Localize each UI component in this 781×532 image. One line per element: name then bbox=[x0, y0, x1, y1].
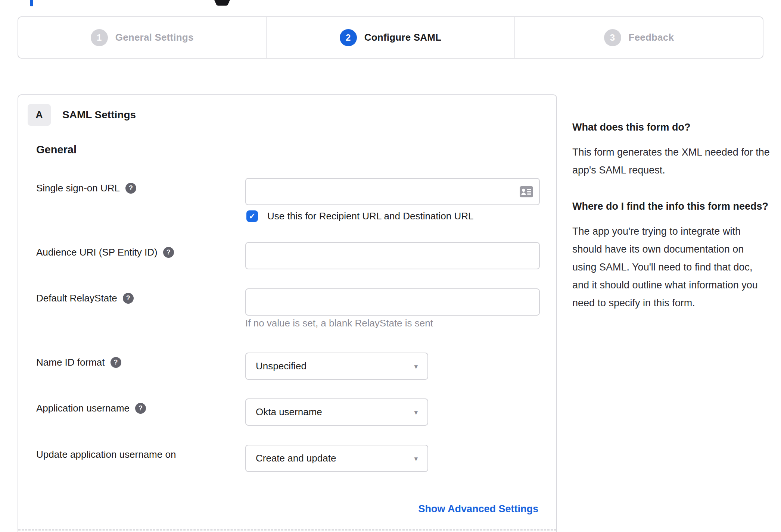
help-icon[interactable]: ? bbox=[135, 403, 146, 414]
audience-uri-input[interactable] bbox=[245, 242, 540, 269]
app-logo-fragment-icon bbox=[214, 0, 230, 6]
step-configure-saml[interactable]: 2 Configure SAML bbox=[266, 17, 514, 58]
audience-uri-label: Audience URI (SP Entity ID) ? bbox=[36, 247, 174, 258]
step-general-settings[interactable]: 1 General Settings bbox=[18, 17, 266, 58]
step-label: Configure SAML bbox=[364, 32, 441, 43]
help-icon[interactable]: ? bbox=[163, 247, 174, 258]
chevron-down-icon: ▾ bbox=[414, 408, 418, 416]
update-username-label: Update application username on bbox=[36, 449, 176, 460]
step-label: Feedback bbox=[629, 32, 674, 43]
step-number-badge: 2 bbox=[340, 29, 357, 46]
section-a-badge: A bbox=[28, 104, 51, 126]
saml-settings-panel: A SAML Settings General Single sign-on U… bbox=[18, 94, 557, 532]
sso-url-label: Single sign-on URL ? bbox=[36, 182, 136, 194]
name-id-format-label: Name ID format ? bbox=[36, 357, 121, 368]
relaystate-hint: If no value is set, a blank RelayState i… bbox=[245, 317, 433, 329]
default-relaystate-input[interactable] bbox=[245, 288, 540, 316]
chevron-down-icon: ▾ bbox=[414, 362, 418, 370]
panel-dashed-divider bbox=[18, 529, 556, 531]
show-advanced-settings-link[interactable]: Show Advanced Settings bbox=[418, 503, 538, 515]
application-username-select[interactable]: Okta username ▾ bbox=[245, 398, 428, 426]
help-icon[interactable]: ? bbox=[111, 357, 121, 368]
sidebar-heading-what: What does this form do? bbox=[572, 119, 770, 136]
default-relaystate-label: Default RelayState ? bbox=[36, 292, 134, 304]
sidebar-body-where: The app you're trying to integrate with … bbox=[572, 222, 770, 312]
help-icon[interactable]: ? bbox=[123, 293, 134, 304]
step-number-badge: 1 bbox=[91, 29, 108, 46]
update-username-select[interactable]: Create and update ▾ bbox=[245, 445, 428, 472]
help-sidebar: What does this form do? This form genera… bbox=[572, 119, 770, 331]
step-feedback[interactable]: 3 Feedback bbox=[514, 17, 763, 58]
sidebar-heading-where: Where do I find the info this form needs… bbox=[572, 198, 770, 215]
step-number-badge: 3 bbox=[604, 29, 621, 46]
accent-bar-fragment bbox=[30, 0, 33, 6]
name-id-format-select[interactable]: Unspecified ▾ bbox=[245, 353, 428, 380]
recipient-url-checkbox[interactable]: ✓ bbox=[246, 210, 258, 222]
recipient-url-checkbox-label: Use this for Recipient URL and Destinati… bbox=[267, 210, 474, 222]
step-label: General Settings bbox=[115, 32, 194, 43]
chevron-down-icon: ▾ bbox=[414, 454, 418, 463]
help-icon[interactable]: ? bbox=[125, 183, 136, 194]
wizard-stepper: 1 General Settings 2 Configure SAML 3 Fe… bbox=[18, 16, 763, 59]
application-username-label: Application username ? bbox=[36, 403, 146, 414]
contact-card-icon[interactable] bbox=[520, 186, 533, 197]
sso-url-input[interactable] bbox=[245, 178, 540, 205]
section-title: SAML Settings bbox=[62, 109, 136, 121]
sso-url-field-wrap bbox=[245, 178, 540, 205]
recipient-url-checkbox-row: ✓ Use this for Recipient URL and Destina… bbox=[246, 210, 474, 222]
general-group-title: General bbox=[36, 144, 77, 156]
sidebar-body-what: This form generates the XML needed for t… bbox=[572, 143, 770, 179]
